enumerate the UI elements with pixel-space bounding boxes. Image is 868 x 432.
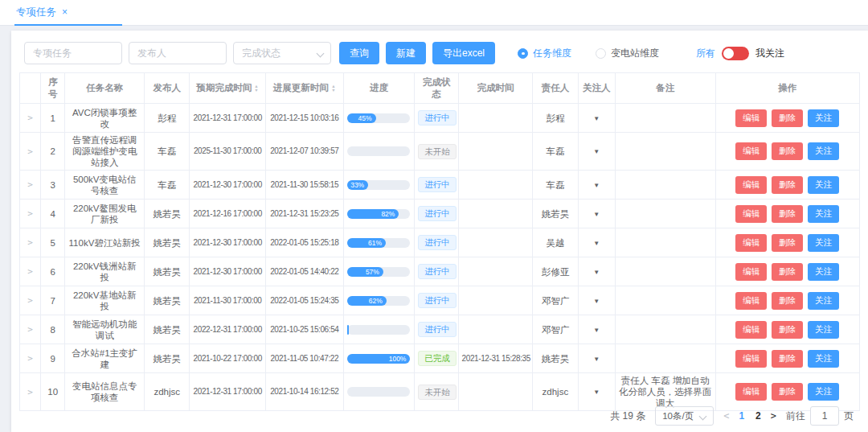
page-unit-label: 页 (844, 409, 854, 423)
expand-row-icon[interactable]: > (27, 324, 33, 335)
column-header-1: 序号 (41, 73, 65, 104)
column-header-label: 完成状态 (423, 77, 451, 99)
radio-substation-dimension[interactable]: 变电站维度 (596, 47, 659, 60)
follow-button[interactable]: 关注 (808, 263, 839, 281)
edit-button[interactable]: 编辑 (735, 292, 767, 310)
query-button[interactable]: 查询 (339, 42, 379, 64)
expand-row-icon[interactable]: > (27, 179, 33, 190)
sort-icon[interactable]: ▲▼ (331, 84, 336, 92)
prev-page-arrow[interactable]: < (723, 410, 729, 422)
follower-dropdown-icon[interactable]: ▼ (593, 327, 600, 334)
row-number-cell: 7 (41, 286, 65, 315)
expand-cell: > (20, 104, 41, 133)
remark-cell (615, 104, 715, 133)
task-name-filter-input[interactable] (24, 42, 122, 64)
follow-button[interactable]: 关注 (808, 205, 839, 223)
operations-cell: 编辑删除关注 (715, 344, 859, 373)
delete-button[interactable]: 删除 (772, 383, 803, 401)
delete-button[interactable]: 删除 (772, 109, 803, 127)
remark-cell (615, 315, 715, 344)
edit-button[interactable]: 编辑 (735, 383, 767, 401)
edit-button[interactable]: 编辑 (735, 350, 767, 368)
progress-bar: 33% (347, 180, 410, 190)
progress-cell: 82% (343, 200, 415, 228)
status-cell: 进行中 (415, 171, 458, 200)
follower-dropdown-icon[interactable]: ▼ (593, 211, 600, 218)
progress-bar-fill: 45% (347, 113, 375, 123)
remark-cell: 责任人 车磊 增加自动化分部人员，选择界面调大 (615, 373, 715, 411)
edit-button[interactable]: 编辑 (735, 205, 767, 223)
progress-cell: 100% (343, 344, 415, 373)
goto-page-input[interactable] (810, 406, 839, 426)
progress-bar: 57% (347, 267, 410, 277)
task-table-wrap: 序号任务名称发布人预期完成时间▲▼进展更新时间▲▼进度完成状态完成时间责任人关注… (19, 72, 860, 411)
expected-time-cell: 2021-12-31 17:00:00 (190, 104, 266, 133)
tab-close-icon[interactable]: × (62, 6, 68, 18)
follower-dropdown-icon[interactable]: ▼ (593, 298, 600, 305)
owner-cell: 邓智广 (533, 286, 578, 315)
page-size-select[interactable]: 10条/页 (655, 406, 714, 426)
progress-cell: 62% (343, 286, 415, 315)
follower-dropdown-icon[interactable]: ▼ (593, 115, 600, 122)
follow-button[interactable]: 关注 (808, 350, 839, 368)
follow-button[interactable]: 关注 (808, 176, 839, 194)
delete-button[interactable]: 删除 (772, 234, 803, 252)
progress-cell: 45% (343, 104, 415, 133)
expand-row-icon[interactable]: > (27, 387, 33, 397)
status-badge: 已完成 (418, 351, 457, 366)
follow-button[interactable]: 关注 (808, 109, 839, 127)
expand-row-icon[interactable]: > (27, 208, 33, 219)
create-button[interactable]: 新建 (386, 42, 426, 64)
next-page-arrow[interactable]: > (771, 410, 776, 422)
follow-button[interactable]: 关注 (808, 292, 839, 310)
edit-button[interactable]: 编辑 (735, 142, 767, 160)
delete-button[interactable]: 删除 (772, 292, 803, 310)
expand-row-icon[interactable]: > (27, 146, 33, 157)
all-label: 所有 (696, 47, 715, 60)
follower-dropdown-icon[interactable]: ▼ (593, 269, 600, 276)
tab-special-task[interactable]: 专项任务 × (16, 0, 68, 24)
expand-row-icon[interactable]: > (27, 353, 33, 364)
follower-dropdown-icon[interactable]: ▼ (593, 240, 600, 247)
follow-button[interactable]: 关注 (808, 383, 839, 401)
delete-button[interactable]: 删除 (772, 321, 803, 339)
expand-row-icon[interactable]: > (27, 295, 33, 306)
page-number-1[interactable]: 1 (739, 410, 744, 422)
table-row: >7220kV基地站新投姚若昊2021-11-30 17:00:002022-0… (20, 286, 860, 315)
follow-button[interactable]: 关注 (808, 321, 839, 339)
follower-dropdown-icon[interactable]: ▼ (593, 148, 600, 155)
expand-row-icon[interactable]: > (27, 113, 33, 123)
expand-row-icon[interactable]: > (27, 266, 33, 277)
column-header-4[interactable]: 预期完成时间▲▼ (190, 73, 266, 104)
row-number-cell: 1 (41, 104, 65, 133)
follower-dropdown-icon[interactable]: ▼ (593, 182, 600, 189)
delete-button[interactable]: 删除 (772, 263, 803, 281)
follower-dropdown-icon[interactable]: ▼ (593, 356, 600, 363)
sort-icon[interactable]: ▲▼ (254, 84, 259, 92)
follow-toggle[interactable] (722, 47, 749, 60)
edit-button[interactable]: 编辑 (735, 234, 767, 252)
export-excel-button[interactable]: 导出excel (432, 42, 495, 64)
radio-task-dimension[interactable]: 任务维度 (518, 47, 571, 60)
operations-cell: 编辑删除关注 (715, 286, 859, 315)
column-header-5[interactable]: 进展更新时间▲▼ (266, 73, 344, 104)
follow-button[interactable]: 关注 (808, 234, 839, 252)
follower-dropdown-icon[interactable]: ▼ (593, 389, 600, 396)
edit-button[interactable]: 编辑 (735, 109, 767, 127)
expand-row-icon[interactable]: > (27, 237, 33, 248)
follower-cell: ▼ (578, 257, 615, 286)
delete-button[interactable]: 删除 (772, 350, 803, 368)
operations-cell: 编辑删除关注 (715, 315, 859, 344)
follower-cell: ▼ (578, 286, 615, 315)
status-filter-select[interactable]: 完成状态 (233, 42, 331, 64)
delete-button[interactable]: 删除 (772, 205, 803, 223)
edit-button[interactable]: 编辑 (735, 176, 767, 194)
edit-button[interactable]: 编辑 (735, 321, 767, 339)
delete-button[interactable]: 删除 (772, 142, 803, 160)
follow-button[interactable]: 关注 (808, 142, 839, 160)
page-number-2[interactable]: 2 (755, 410, 761, 422)
column-header-9: 责任人 (533, 73, 578, 104)
delete-button[interactable]: 删除 (772, 176, 803, 194)
edit-button[interactable]: 编辑 (735, 263, 767, 281)
publisher-filter-input[interactable] (129, 42, 227, 64)
